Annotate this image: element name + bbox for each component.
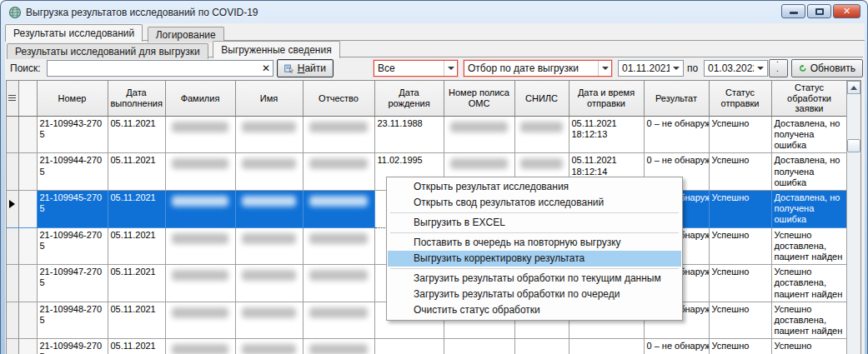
spacer-cell[interactable]	[18, 302, 37, 339]
cell-number[interactable]: 21-109948-2705	[37, 302, 108, 339]
cell-send_status[interactable]: Успешно	[709, 265, 771, 302]
cell-send_status[interactable]: Успешно	[709, 191, 771, 228]
maximize-button[interactable]	[807, 4, 831, 18]
cell-last[interactable]	[165, 191, 235, 228]
cell-middle[interactable]	[303, 227, 374, 265]
cell-req_status[interactable]: Успешно доставлена, пациент найден	[771, 339, 847, 354]
cell-policy[interactable]	[444, 116, 514, 153]
context-menu-item[interactable]: Очистить статус обработки	[388, 302, 681, 318]
vertical-scrollbar[interactable]	[846, 81, 860, 354]
row-header-cell[interactable]	[7, 153, 18, 191]
tab-research-results[interactable]: Результаты исследований	[5, 24, 143, 42]
cell-number[interactable]: 21-109946-2705	[37, 227, 108, 265]
cell-first[interactable]	[235, 191, 303, 228]
cell-snils[interactable]	[514, 116, 569, 153]
cell-exec_date[interactable]: 05.11.2021	[108, 153, 165, 191]
cell-middle[interactable]	[303, 302, 374, 339]
cell-sent[interactable]	[569, 339, 644, 354]
spacer-cell[interactable]	[18, 265, 37, 302]
cell-middle[interactable]	[303, 116, 374, 153]
cell-middle[interactable]	[303, 191, 374, 228]
cell-policy[interactable]	[444, 339, 514, 354]
cell-last[interactable]	[165, 227, 235, 265]
row-header-cell[interactable]	[7, 339, 18, 354]
column-header-middle[interactable]: Отчество	[303, 81, 374, 116]
context-menu-item[interactable]: Выгрузить корректировку результата	[388, 251, 681, 267]
cell-req_status[interactable]: Успешно доставлена, пациент найден	[771, 302, 847, 339]
cell-send_status[interactable]: Успешно	[709, 116, 771, 153]
column-header-send_status[interactable]: Статус отправки	[709, 81, 771, 116]
cell-last[interactable]	[165, 302, 235, 339]
cell-snils[interactable]	[514, 339, 569, 354]
cell-first[interactable]	[235, 339, 303, 354]
refresh-button[interactable]: Обновить	[791, 59, 863, 77]
search-input[interactable]	[48, 62, 259, 75]
cell-result[interactable]: 0 – не обнаружен	[644, 116, 709, 153]
cell-exec_date[interactable]: 05.11.2021	[108, 191, 165, 228]
date-from-picker[interactable]: 01.11.2021	[618, 60, 684, 77]
cell-number[interactable]: 21-109944-2705	[37, 153, 108, 191]
cell-exec_date[interactable]: 05.11.2021	[108, 227, 165, 265]
cell-birth[interactable]	[374, 339, 444, 354]
cell-exec_date[interactable]: 05.11.2021	[108, 265, 165, 302]
row-header-cell[interactable]	[7, 191, 18, 228]
minimize-button[interactable]	[781, 4, 805, 18]
column-header-number[interactable]: Номер	[37, 81, 108, 116]
cell-req_status[interactable]: Успешно доставлена, пациент найден	[771, 227, 847, 265]
cell-number[interactable]: 21-109943-2705	[37, 116, 108, 153]
cell-req_status[interactable]: Доставлена, но получена ошибка	[771, 191, 847, 228]
cell-exec_date[interactable]: 05.11.2021	[108, 339, 165, 354]
cell-middle[interactable]	[303, 339, 374, 354]
cell-number[interactable]: 21-109947-2705	[37, 265, 108, 302]
spacer-cell[interactable]	[18, 116, 37, 153]
cell-last[interactable]	[165, 116, 235, 153]
ellipsis-button[interactable]: . . .	[769, 59, 788, 77]
context-menu-item[interactable]: Загрузить результаты обработки по текущи…	[388, 271, 681, 287]
filter-all-combobox[interactable]: Все	[374, 60, 458, 77]
cell-result[interactable]: 0 – не обнаружен	[644, 339, 709, 354]
spacer-cell[interactable]	[18, 191, 37, 228]
cell-sent[interactable]: 05.11.2021 18:12:13	[569, 116, 644, 153]
cell-middle[interactable]	[303, 153, 374, 191]
cell-send_status[interactable]: Успешно	[709, 227, 771, 265]
scroll-up-button[interactable]	[847, 81, 860, 94]
context-menu-item[interactable]: Загрузить результаты обработки по очеред…	[388, 287, 681, 302]
cell-req_status[interactable]: Доставлена, но получена ошибка	[771, 153, 847, 191]
cell-exec_date[interactable]: 05.11.2021	[108, 302, 165, 339]
cell-req_status[interactable]: Успешно доставлена, пациент найден	[771, 265, 847, 302]
cell-send_status[interactable]: Успешно	[709, 153, 771, 191]
cell-req_status[interactable]: Доставлена, но получена ошибка	[771, 116, 847, 153]
cell-birth[interactable]: 23.11.1988	[374, 116, 444, 153]
column-header-req_status[interactable]: Статус обработки заявки	[771, 81, 847, 116]
row-header-cell[interactable]	[7, 265, 18, 302]
column-header-birth[interactable]: Дата рождения	[374, 81, 444, 116]
column-header-result[interactable]: Результат	[644, 81, 709, 116]
cell-first[interactable]	[235, 116, 303, 153]
cell-send_status[interactable]: Успешно	[709, 339, 771, 354]
column-header-snils[interactable]: СНИЛС	[514, 81, 569, 116]
column-header-first[interactable]: Имя	[235, 81, 303, 116]
cell-number[interactable]: 21-109949-2705	[37, 339, 108, 354]
column-header-sent[interactable]: Дата и время отправки	[569, 81, 644, 116]
context-menu-item[interactable]: Открыть результат исследования	[388, 179, 681, 195]
cell-first[interactable]	[235, 302, 303, 339]
cell-number[interactable]: 21-109945-2705	[37, 191, 108, 228]
cell-first[interactable]	[235, 153, 303, 191]
cell-first[interactable]	[235, 227, 303, 265]
cell-exec_date[interactable]: 05.11.2021	[108, 116, 165, 153]
cell-first[interactable]	[235, 265, 303, 302]
context-menu-item[interactable]: Выгрузить в EXCEL	[388, 215, 681, 231]
column-header-exec_date[interactable]: Дата выполнения	[108, 81, 165, 116]
tab-exported-data[interactable]: Выгруженные сведения	[213, 41, 339, 58]
cell-last[interactable]	[165, 153, 235, 191]
context-menu-item[interactable]: Поставить в очередь на повторную выгрузк…	[388, 235, 681, 251]
date-to-picker[interactable]: 01.03.2022	[704, 60, 768, 77]
column-header-last[interactable]: Фамилия	[165, 81, 235, 116]
spacer-cell[interactable]	[18, 227, 37, 265]
spacer-cell[interactable]	[18, 339, 37, 354]
row-header-cell[interactable]	[7, 116, 18, 153]
cell-send_status[interactable]: Успешно	[709, 302, 771, 339]
cell-last[interactable]	[165, 339, 235, 354]
row-header-cell[interactable]	[7, 227, 18, 265]
row-header-cell[interactable]	[7, 302, 18, 339]
